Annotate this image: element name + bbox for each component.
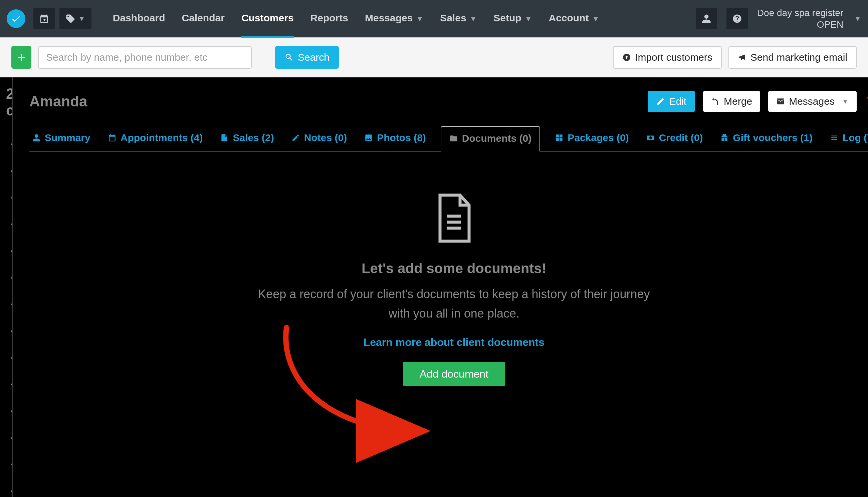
merge-icon [711,97,720,106]
tab-documents[interactable]: Documents (0) [441,126,540,152]
import-icon [622,53,631,62]
top-nav: ▼ DashboardCalendarCustomersReportsMessa… [0,0,868,37]
tab-credit[interactable]: Credit (0) [644,126,706,151]
user-icon[interactable] [696,8,717,29]
search-input[interactable] [38,46,252,69]
caret-down-icon: ▼ [842,98,849,105]
messages-button[interactable]: Messages ▼ [768,91,857,112]
app-logo[interactable] [7,9,25,28]
tab-label: Documents (0) [462,133,532,144]
caret-down-icon: ▼ [78,14,85,23]
caret-down-icon: ▼ [854,14,861,23]
search-button[interactable]: Search [275,46,339,69]
empty-body: Keep a record of your client's documents… [257,285,651,323]
nav-messages[interactable]: Messages▼ [365,0,423,38]
add-document-label: Add document [419,368,488,380]
tab-label: Packages (0) [567,132,629,143]
folder-icon [449,134,458,143]
customers-toolbar: + Search Import customers Send marketing… [0,37,868,77]
nav-dashboard[interactable]: Dashboard [113,0,165,38]
calendar-icon [108,133,116,142]
tag-dropdown-icon[interactable]: ▼ [59,8,92,29]
tab-notes[interactable]: Notes (0) [289,126,349,151]
megaphone-icon [738,53,746,62]
tab-label: Gift vouchers (1) [733,132,812,143]
nav-setup[interactable]: Setup▼ [493,0,532,38]
edit-button-label: Edit [669,96,686,107]
envelope-icon [776,97,785,106]
money-icon [646,133,655,142]
customer-tabs: SummaryAppointments (4)Sales (2)Notes (0… [29,125,868,152]
caret-down-icon: ▼ [416,15,423,23]
tab-log[interactable]: Log (7) [827,126,868,151]
tab-label: Notes (0) [304,132,347,143]
user-icon [32,133,41,142]
tab-sales[interactable]: Sales (2) [217,126,276,151]
tab-photos[interactable]: Photos (8) [361,126,429,151]
document-icon [434,191,474,247]
send-marketing-button[interactable]: Send marketing email [728,46,857,69]
file-icon [220,133,229,142]
tab-appointments[interactable]: Appointments (4) [105,126,206,151]
nav-account[interactable]: Account▼ [549,0,599,38]
tab-label: Sales (2) [233,132,274,143]
tab-packages[interactable]: Packages (0) [552,126,631,151]
messages-button-label: Messages [789,96,835,107]
gift-icon [720,133,729,142]
trash-icon [865,94,868,110]
import-button-label: Import customers [635,52,713,63]
customer-count: 218 customers [6,85,13,119]
tab-label: Credit (0) [659,132,703,143]
calendar-add-icon[interactable] [33,8,55,29]
empty-heading: Let's add some documents! [29,260,868,276]
search-icon [285,53,294,62]
customer-name-heading: Amanda [29,93,87,110]
nav-customers[interactable]: Customers [242,0,294,38]
search-button-label: Search [298,52,330,63]
list-icon [830,133,839,142]
boxes-icon [555,133,564,142]
pencil-icon [291,133,300,142]
register-name: Doe day spa register [757,7,843,19]
pencil-icon [656,97,665,106]
merge-button-label: Merge [724,96,752,107]
documents-empty-state: Let's add some documents! Keep a record … [29,152,868,386]
tab-label: Summary [45,132,91,143]
register-selector[interactable]: Doe day spa register OPEN [757,7,846,30]
tab-label: Photos (8) [377,132,426,143]
caret-down-icon: ▼ [525,15,532,23]
image-icon [364,133,373,142]
nav-reports[interactable]: Reports [311,0,348,38]
edit-button[interactable]: Edit [648,91,695,112]
import-customers-button[interactable]: Import customers [613,46,722,69]
caret-down-icon: ▼ [592,15,599,23]
nav-calendar[interactable]: Calendar [182,0,224,38]
learn-more-link[interactable]: Learn more about client documents [363,336,545,349]
help-icon[interactable] [727,8,748,29]
caret-down-icon: ▼ [470,15,477,23]
tab-label: Log (7) [843,132,868,143]
tab-gift[interactable]: Gift vouchers (1) [717,126,815,151]
add-customer-button[interactable]: + [11,46,31,69]
delete-button[interactable] [865,94,868,110]
marketing-button-label: Send marketing email [750,52,847,63]
customer-detail: Amanda Edit Merge Messages ▼ [13,77,868,497]
tab-label: Appointments (4) [121,132,203,143]
register-status: OPEN [817,19,843,30]
add-document-button[interactable]: Add document [403,362,505,386]
merge-button[interactable]: Merge [703,91,760,112]
customers-sidebar: 218 customers showing 51 AbigailAlejandr… [0,77,13,497]
nav-sales[interactable]: Sales▼ [440,0,477,38]
tab-summary[interactable]: Summary [29,126,93,151]
